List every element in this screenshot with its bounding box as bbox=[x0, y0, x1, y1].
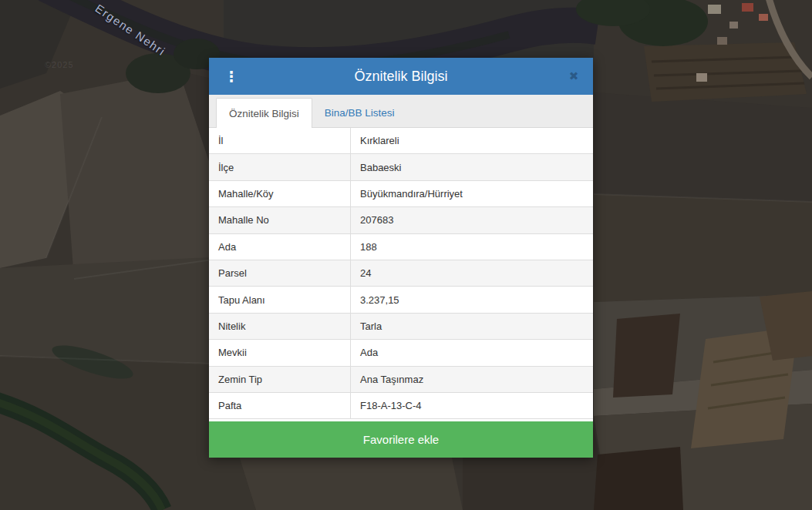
row-value: 188 bbox=[351, 241, 377, 253]
row-value: Ada bbox=[351, 347, 378, 358]
row-value: Kırklareli bbox=[351, 135, 399, 146]
table-row-pafta: Pafta F18-A-13-C-4 bbox=[209, 393, 593, 419]
close-icon: ✖ bbox=[569, 69, 579, 83]
row-value: 207683 bbox=[351, 214, 393, 226]
table-row-mahalle-koy: Mahalle/Köy Büyükmandıra/Hürriyet bbox=[209, 181, 593, 207]
kebab-menu-icon: ⋮ bbox=[224, 69, 239, 84]
row-value: Ana Taşınmaz bbox=[351, 374, 423, 385]
modal-title: Öznitelik Bilgisi bbox=[354, 69, 447, 85]
table-row-ada: Ada 188 bbox=[209, 234, 593, 260]
table-row-tapu-alani: Tapu Alanı 3.237,15 bbox=[209, 287, 593, 313]
row-value: F18-A-13-C-4 bbox=[351, 400, 421, 411]
tab-bar: Öznitelik Bilgisi Bina/BB Listesi bbox=[209, 95, 593, 128]
tab-oznitelik-bilgisi[interactable]: Öznitelik Bilgisi bbox=[216, 98, 312, 128]
row-label: Tapu Alanı bbox=[209, 287, 351, 312]
row-label: İl bbox=[209, 128, 351, 153]
add-to-favorites-button[interactable]: Favorilere ekle bbox=[209, 421, 593, 458]
table-row-ilce: İlçe Babaeski bbox=[209, 154, 593, 180]
close-button[interactable]: ✖ bbox=[562, 58, 585, 95]
attribute-table: İl Kırklareli İlçe Babaeski Mahalle/Köy … bbox=[209, 128, 593, 419]
table-row-zemin-tip: Zemin Tip Ana Taşınmaz bbox=[209, 367, 593, 393]
table-row-il: İl Kırklareli bbox=[209, 128, 593, 154]
row-label: Pafta bbox=[209, 393, 351, 418]
table-row-parsel: Parsel 24 bbox=[209, 260, 593, 287]
row-label: Ada bbox=[209, 234, 351, 260]
row-label: Mahalle No bbox=[209, 207, 351, 233]
modal-header[interactable]: ⋮ Öznitelik Bilgisi ✖ bbox=[209, 58, 593, 95]
attribute-info-modal: ⋮ Öznitelik Bilgisi ✖ Öznitelik Bilgisi … bbox=[209, 58, 593, 458]
row-value: Babaeski bbox=[351, 162, 401, 173]
row-label: Mevkii bbox=[209, 340, 351, 365]
table-row-mevkii: Mevkii Ada bbox=[209, 340, 593, 366]
kebab-menu-button[interactable]: ⋮ bbox=[220, 58, 243, 95]
row-label: Nitelik bbox=[209, 314, 351, 339]
row-label: İlçe bbox=[209, 154, 351, 180]
row-value: Tarla bbox=[351, 320, 382, 332]
tab-bina-bb-listesi[interactable]: Bina/BB Listesi bbox=[312, 98, 407, 127]
table-row-nitelik: Nitelik Tarla bbox=[209, 314, 593, 340]
row-label: Zemin Tip bbox=[209, 367, 351, 392]
row-label: Parsel bbox=[209, 260, 351, 286]
row-value: Büyükmandıra/Hürriyet bbox=[351, 188, 463, 200]
row-value: 24 bbox=[351, 267, 371, 279]
map-copyright-watermark: ©2025 bbox=[45, 60, 74, 69]
row-value: 3.237,15 bbox=[351, 294, 399, 306]
row-label: Mahalle/Köy bbox=[209, 181, 351, 206]
table-row-mahalle-no: Mahalle No 207683 bbox=[209, 207, 593, 233]
